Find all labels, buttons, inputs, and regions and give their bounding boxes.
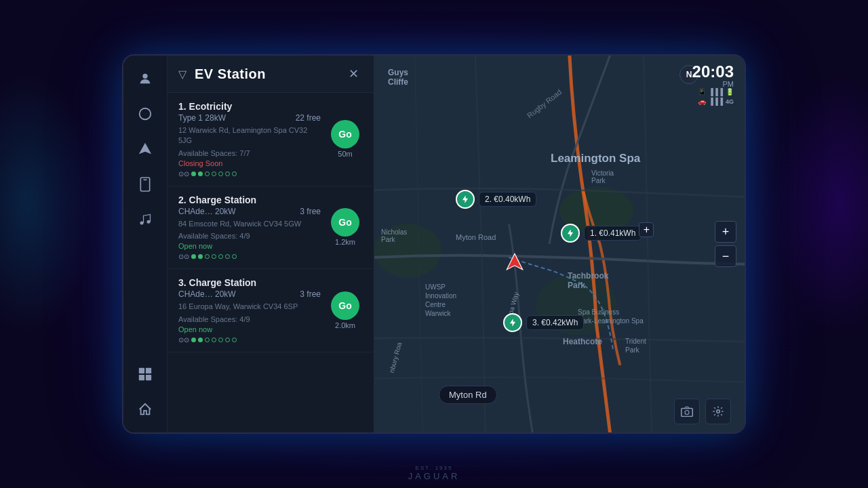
station-free-1: 22 free	[296, 113, 321, 123]
station-dots-1: ⊙⊙	[178, 170, 321, 178]
sidebar-item-home[interactable]	[130, 394, 160, 424]
go-button-1[interactable]: Go 50m	[328, 101, 363, 178]
station-free-3: 3 free	[300, 289, 321, 299]
ev-station-panel: ▽ EV Station ✕ 1. Ecotricity Type 1 28kW…	[167, 56, 374, 432]
go-distance-1: 50m	[338, 150, 352, 158]
station-free-2: 3 free	[300, 207, 321, 216]
go-distance-2: 1.2km	[335, 238, 355, 246]
ev-marker-3[interactable]: 3. €0.42kWh	[503, 313, 584, 332]
status-row-1: 📱 ▐▐▐ 🔋	[698, 88, 734, 96]
station-status-1: Closing Soon	[178, 159, 321, 167]
station-name-1: 1. Ecotricity	[178, 101, 321, 112]
ev-label-3: 3. €0.42kWh	[526, 315, 584, 330]
sidebar-item-phone[interactable]	[130, 169, 160, 199]
myton-rd-label: Myton Rd	[439, 386, 497, 404]
station-item-2[interactable]: 2. Charge Station CHAde… 20kW 3 free 84 …	[167, 186, 374, 269]
status-row-2: 🚗 ▐▐▐ 4G	[698, 98, 734, 105]
settings-button[interactable]	[705, 399, 731, 424]
station-dots-3: ⊙⊙	[178, 336, 321, 344]
station-address-2: 84 Emscote Rd, Warwick CV34 5GW	[178, 219, 321, 229]
sidebar-item-circle[interactable]	[130, 99, 160, 129]
signal-bars-icon: ▐▐▐	[709, 88, 723, 96]
4g-label: 4G	[726, 98, 734, 105]
svg-point-6	[147, 220, 151, 224]
map-time: 20:03 PM	[692, 64, 734, 88]
zoom-in-button[interactable]: +	[715, 221, 736, 243]
ev-dot-1[interactable]	[561, 224, 580, 243]
svg-rect-10	[146, 375, 151, 380]
nav-arrow	[505, 252, 524, 275]
svg-rect-9	[139, 375, 144, 380]
zoom-controls: + −	[715, 221, 736, 267]
map-roads	[374, 56, 745, 432]
sidebar-item-profile[interactable]	[130, 64, 160, 94]
ev-dot-2[interactable]	[456, 190, 475, 209]
svg-point-14	[374, 224, 441, 277]
station-address-3: 16 Europa Way, Warwick CV34 6SP	[178, 302, 321, 312]
map-status-icons: 📱 ▐▐▐ 🔋 🚗 ▐▐▐ 4G	[698, 88, 734, 105]
ev-marker-2[interactable]: 2. €0.40kWh	[456, 190, 536, 209]
svg-marker-17	[462, 195, 468, 203]
ev-label-1: 1. €0.41kWh	[584, 226, 642, 241]
expand-icon[interactable]: +	[639, 222, 654, 237]
battery-icon: 🔋	[726, 88, 734, 96]
ev-marker-1[interactable]: 1. €0.41kWh +	[561, 224, 642, 243]
sidebar-item-grid[interactable]	[130, 359, 160, 389]
ev-dot-3[interactable]	[503, 313, 522, 332]
go-circle-3[interactable]: Go	[331, 291, 359, 320]
svg-rect-7	[139, 368, 144, 373]
car-icon: 🚗	[698, 98, 706, 105]
sidebar-item-music[interactable]	[130, 205, 160, 235]
svg-point-0	[142, 74, 147, 79]
close-button[interactable]: ✕	[344, 64, 363, 83]
sidebar-item-navigation[interactable]	[130, 134, 160, 164]
bottom-toolbar	[674, 399, 731, 424]
go-distance-3: 2.0km	[335, 321, 355, 329]
station-name-2: 2. Charge Station	[178, 195, 321, 205]
svg-point-21	[685, 411, 689, 415]
car-signal-icon: ▐▐▐	[709, 98, 723, 105]
station-power-1: Type 1 28kW	[178, 113, 226, 123]
svg-marker-18	[568, 229, 573, 237]
map-area[interactable]: Guys Cliffe Rugby Road Leamington Spa Vi…	[374, 56, 745, 432]
svg-point-22	[717, 410, 720, 413]
station-spaces-1: Available Spaces: 7/7	[178, 149, 321, 157]
station-item-1[interactable]: 1. Ecotricity Type 1 28kW 22 free 12 War…	[167, 93, 374, 186]
svg-marker-16	[507, 253, 522, 269]
station-spaces-3: Available Spaces: 4/9	[178, 315, 321, 323]
station-specs-3: CHAde… 20kW 3 free	[178, 289, 321, 299]
station-name-3: 3. Charge Station	[178, 277, 321, 288]
filter-icon[interactable]: ▽	[178, 68, 186, 81]
go-button-2[interactable]: Go 1.2km	[328, 195, 363, 260]
svg-point-5	[140, 222, 144, 225]
station-item-3[interactable]: 3. Charge Station CHAde… 20kW 3 free 16 …	[167, 269, 374, 352]
time-period: PM	[692, 80, 734, 88]
svg-rect-8	[146, 368, 151, 373]
station-specs-1: Type 1 28kW 22 free	[178, 113, 321, 123]
panel-header: ▽ EV Station ✕	[167, 56, 374, 93]
camera-button[interactable]	[674, 399, 700, 424]
zoom-out-button[interactable]: −	[715, 245, 736, 267]
go-button-3[interactable]: Go 2.0km	[328, 277, 363, 343]
station-power-3: CHAde… 20kW	[178, 289, 236, 299]
station-address-1: 12 Warwick Rd, Leamington Spa CV32 5JG	[178, 125, 321, 146]
go-circle-1[interactable]: Go	[331, 120, 359, 148]
svg-marker-2	[139, 143, 151, 155]
panel-title: EV Station	[195, 66, 336, 82]
go-circle-2[interactable]: Go	[331, 208, 359, 237]
station-spaces-2: Available Spaces: 4/9	[178, 232, 321, 240]
station-dots-2: ⊙⊙	[178, 253, 321, 260]
station-status-2: Open now	[178, 242, 321, 250]
svg-marker-19	[510, 319, 515, 327]
station-info-1: 1. Ecotricity Type 1 28kW 22 free 12 War…	[178, 101, 321, 178]
station-specs-2: CHAde… 20kW 3 free	[178, 207, 321, 216]
svg-rect-20	[682, 409, 693, 417]
jaguar-logo: EST. 1935 JAGUAR	[408, 465, 460, 481]
sidebar	[123, 56, 167, 432]
svg-point-1	[140, 108, 151, 120]
station-info-3: 3. Charge Station CHAde… 20kW 3 free 16 …	[178, 277, 321, 343]
station-info-2: 2. Charge Station CHAde… 20kW 3 free 84 …	[178, 195, 321, 260]
station-status-3: Open now	[178, 325, 321, 333]
phone-icon: 📱	[698, 88, 706, 96]
station-power-2: CHAde… 20kW	[178, 207, 236, 216]
